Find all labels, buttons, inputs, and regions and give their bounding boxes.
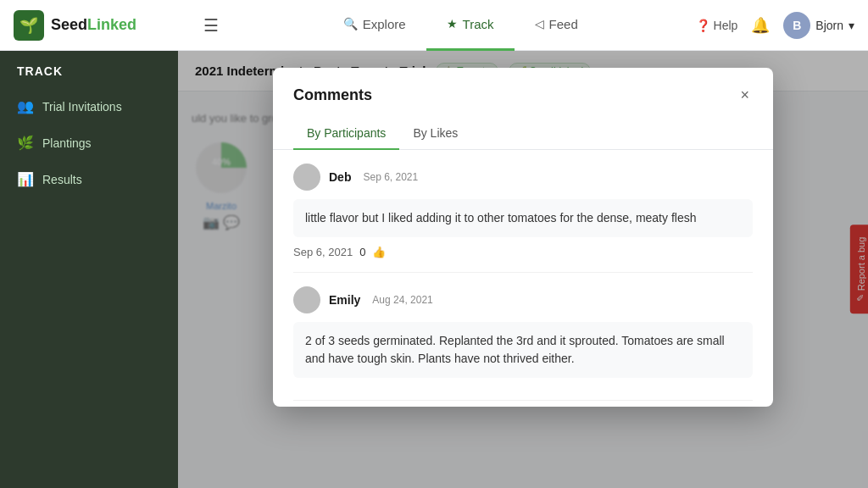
chevron-down-icon: ▾ bbox=[849, 19, 854, 32]
main-layout: TRACK 👥 Trial Invitations 🌿 Plantings 📊 … bbox=[0, 51, 868, 488]
modal-overlay: Comments × By Participants By Likes Deb … bbox=[178, 51, 868, 488]
modal-title: Comments bbox=[293, 86, 372, 104]
results-icon: 📊 bbox=[17, 171, 34, 187]
comment-date-emily: Aug 24, 2021 bbox=[372, 294, 432, 306]
comment-text-emily: 2 of 3 seeds germinated. Replanted the 3… bbox=[293, 322, 753, 378]
plantings-icon: 🌿 bbox=[17, 135, 34, 151]
comment-item: Emily Aug 24, 2021 2 of 3 seeds germinat… bbox=[293, 273, 753, 401]
logo-area: 🌱 SeedLinked bbox=[14, 10, 183, 41]
thumbs-up-icon[interactable]: 👍 bbox=[372, 246, 386, 258]
trial-invitations-icon: 👥 bbox=[17, 98, 34, 114]
amish-notice: Amish Paste is the check variety bbox=[293, 401, 753, 407]
feed-icon: ◁ bbox=[535, 17, 544, 30]
tab-by-participants[interactable]: By Participants bbox=[293, 118, 399, 150]
modal-close-button[interactable]: × bbox=[737, 83, 753, 108]
notifications-button[interactable]: 🔔 bbox=[751, 16, 770, 35]
star-icon: ★ bbox=[447, 17, 458, 30]
comment-footer-date: Sep 6, 2021 bbox=[293, 246, 353, 258]
feed-nav-link[interactable]: ◁ Feed bbox=[515, 0, 598, 51]
sidebar-item-plantings[interactable]: 🌿 Plantings bbox=[0, 125, 178, 161]
nav-right-area: ❓ Help 🔔 B Bjorn ▾ bbox=[696, 12, 854, 39]
comment-text-deb: little flavor but I liked adding it to o… bbox=[293, 199, 753, 237]
comment-author-row: Deb Sep 6, 2021 bbox=[293, 164, 753, 191]
tab-by-likes[interactable]: By Likes bbox=[399, 118, 471, 150]
explore-icon: 🔍 bbox=[343, 17, 358, 30]
user-menu[interactable]: B Bjorn ▾ bbox=[783, 12, 854, 39]
main-navigation: 🔍 Explore ★ Track ◁ Feed bbox=[225, 0, 696, 51]
like-count-deb: 0 bbox=[359, 246, 365, 258]
comment-author-row-emily: Emily Aug 24, 2021 bbox=[293, 286, 753, 313]
comment-author-emily: Emily bbox=[329, 293, 360, 307]
comments-modal: Comments × By Participants By Likes Deb … bbox=[273, 68, 773, 407]
comment-date-deb: Sep 6, 2021 bbox=[363, 171, 418, 183]
sidebar: TRACK 👥 Trial Invitations 🌿 Plantings 📊 … bbox=[0, 51, 178, 488]
app-name: SeedLinked bbox=[51, 16, 136, 34]
hamburger-button[interactable]: ☰ bbox=[197, 12, 225, 39]
help-icon: ❓ bbox=[696, 19, 710, 32]
sidebar-item-results[interactable]: 📊 Results bbox=[0, 161, 178, 197]
modal-header: Comments × bbox=[273, 68, 773, 108]
logo-icon: 🌱 bbox=[14, 10, 44, 41]
content-area: 2021 Indeterminate Paste Tomato Trial 🍅 … bbox=[178, 51, 868, 488]
track-nav-link[interactable]: ★ Track bbox=[426, 0, 515, 51]
explore-nav-link[interactable]: 🔍 Explore bbox=[323, 0, 426, 51]
sidebar-item-trial-invitations[interactable]: 👥 Trial Invitations bbox=[0, 88, 178, 125]
top-navigation: 🌱 SeedLinked ☰ 🔍 Explore ★ Track ◁ Feed … bbox=[0, 0, 868, 51]
comment-avatar-emily bbox=[293, 286, 320, 313]
modal-body: Deb Sep 6, 2021 little flavor but I like… bbox=[273, 150, 773, 407]
user-name: Bjorn bbox=[815, 19, 843, 32]
user-avatar: B bbox=[783, 12, 810, 39]
sidebar-title: TRACK bbox=[0, 51, 178, 88]
help-button[interactable]: ❓ Help bbox=[696, 19, 738, 32]
comment-author-deb: Deb bbox=[329, 170, 351, 184]
modal-tabs: By Participants By Likes bbox=[273, 118, 773, 150]
comment-avatar-deb bbox=[293, 164, 320, 191]
comment-item: Deb Sep 6, 2021 little flavor but I like… bbox=[293, 150, 753, 273]
comment-footer-deb: Sep 6, 2021 0 👍 bbox=[293, 246, 753, 258]
